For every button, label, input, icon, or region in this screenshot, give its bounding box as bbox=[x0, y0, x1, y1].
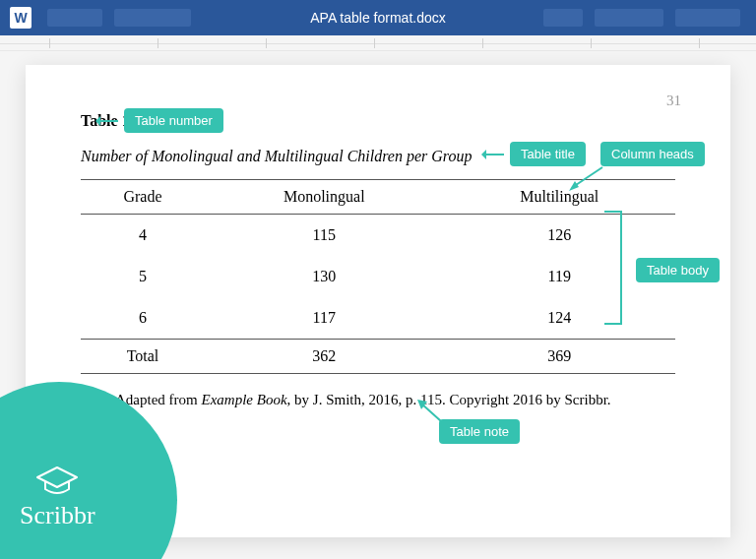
graduation-cap-icon bbox=[35, 466, 79, 497]
arrow-icon bbox=[96, 120, 118, 122]
cell: 115 bbox=[205, 215, 444, 257]
table-note: Note. Adapted from Example Book, by J. S… bbox=[81, 392, 675, 408]
annotation-table-title: Table title bbox=[510, 142, 586, 166]
document-filename: APA table format.docx bbox=[310, 10, 445, 26]
annotation-column-heads: Column heads bbox=[600, 142, 705, 166]
annotation-table-number: Table number bbox=[124, 108, 223, 133]
cell: 130 bbox=[205, 256, 444, 297]
cell: 5 bbox=[81, 256, 205, 297]
table-total-row: Total 362 369 bbox=[81, 340, 675, 374]
titlebar-button[interactable] bbox=[595, 9, 663, 27]
column-head: Monolingual bbox=[205, 180, 444, 215]
svg-line-0 bbox=[573, 167, 602, 187]
table-row: 4 115 126 bbox=[81, 215, 675, 257]
svg-marker-1 bbox=[569, 181, 579, 191]
note-book: Example Book bbox=[202, 392, 287, 407]
annotation-table-note: Table note bbox=[439, 419, 520, 444]
column-head: Multilingual bbox=[444, 180, 675, 215]
svg-line-2 bbox=[421, 404, 441, 421]
titlebar-button[interactable] bbox=[114, 9, 191, 27]
cell: 4 bbox=[81, 215, 205, 257]
cell: Total bbox=[81, 340, 205, 374]
cell: 126 bbox=[444, 215, 675, 257]
titlebar-button[interactable] bbox=[47, 9, 102, 27]
word-titlebar: W APA table format.docx bbox=[0, 0, 756, 35]
note-text: , by J. Smith, 2016, p. 115. Copyright 2… bbox=[287, 392, 611, 407]
table-title: Number of Monolingual and Multilingual C… bbox=[81, 148, 675, 165]
titlebar-button[interactable] bbox=[543, 9, 583, 27]
brand-name: Scribbr bbox=[20, 501, 95, 530]
ruler bbox=[0, 35, 756, 51]
column-head: Grade bbox=[81, 180, 205, 215]
page-number: 31 bbox=[666, 93, 681, 109]
arrow-icon bbox=[482, 154, 504, 155]
table-row: 5 130 119 bbox=[81, 256, 675, 297]
table-row: 6 117 124 bbox=[81, 297, 675, 340]
annotation-table-body: Table body bbox=[636, 258, 720, 282]
cell: 124 bbox=[444, 297, 675, 340]
cell: 6 bbox=[81, 297, 205, 340]
titlebar-button[interactable] bbox=[675, 9, 740, 27]
cell: 362 bbox=[205, 340, 444, 374]
word-icon: W bbox=[10, 7, 32, 29]
cell: 117 bbox=[205, 297, 444, 340]
cell: 369 bbox=[444, 340, 675, 374]
bracket-icon bbox=[604, 211, 622, 325]
arrow-icon bbox=[569, 167, 598, 187]
apa-table: Grade Monolingual Multilingual 4 115 126… bbox=[81, 179, 675, 374]
arrow-icon bbox=[417, 400, 447, 419]
